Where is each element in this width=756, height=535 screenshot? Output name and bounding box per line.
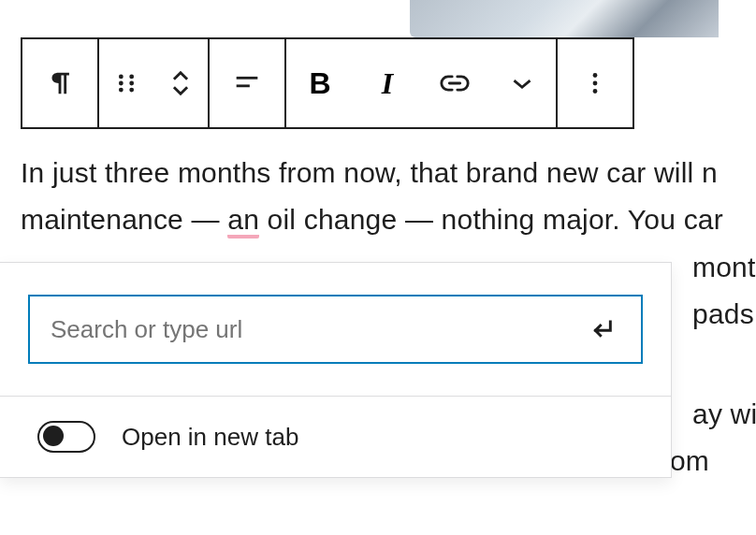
bold-icon: B <box>309 66 330 101</box>
svg-point-5 <box>129 88 134 93</box>
svg-point-1 <box>129 75 134 80</box>
chevron-up-down-icon <box>165 67 196 99</box>
open-new-tab-toggle[interactable] <box>37 421 95 453</box>
svg-point-8 <box>593 73 598 78</box>
more-vertical-icon <box>579 67 611 99</box>
paragraph-icon <box>44 67 76 99</box>
svg-point-2 <box>119 81 124 86</box>
link-icon <box>439 67 471 99</box>
link-button[interactable] <box>421 39 488 127</box>
image-block-placeholder <box>410 0 719 37</box>
text-line: pads, t <box>692 298 756 329</box>
drag-icon <box>110 67 142 99</box>
drag-handle-button[interactable] <box>99 39 153 127</box>
open-new-tab-label: Open in new tab <box>122 423 298 452</box>
svg-point-9 <box>593 81 598 86</box>
text-line: In just three months from now, that bran… <box>21 157 718 188</box>
block-type-paragraph-button[interactable] <box>22 39 97 127</box>
svg-point-10 <box>593 89 598 94</box>
svg-point-0 <box>119 75 124 80</box>
bold-button[interactable]: B <box>286 39 354 127</box>
submit-link-button[interactable] <box>583 311 620 348</box>
svg-point-3 <box>129 81 134 86</box>
block-toolbar: B I <box>21 37 634 129</box>
more-formatting-button[interactable] <box>488 39 556 127</box>
chevron-down-icon <box>506 67 538 99</box>
spell-error: an <box>227 204 259 239</box>
link-popover: Open in new tab <box>0 262 672 478</box>
options-button[interactable] <box>558 39 632 127</box>
align-left-icon <box>231 67 263 99</box>
move-up-down-button[interactable] <box>153 39 208 127</box>
text-line: months <box>692 252 756 282</box>
text-line: maintenance — <box>21 204 227 235</box>
url-input[interactable] <box>51 315 583 344</box>
text-line: ay with <box>692 398 756 429</box>
text-line: oil change — nothing major. You car <box>259 204 723 235</box>
svg-point-4 <box>119 88 124 93</box>
enter-icon <box>587 314 617 344</box>
italic-icon: I <box>382 66 393 101</box>
url-input-container <box>28 295 643 364</box>
align-button[interactable] <box>210 39 284 127</box>
italic-button[interactable]: I <box>354 39 421 127</box>
